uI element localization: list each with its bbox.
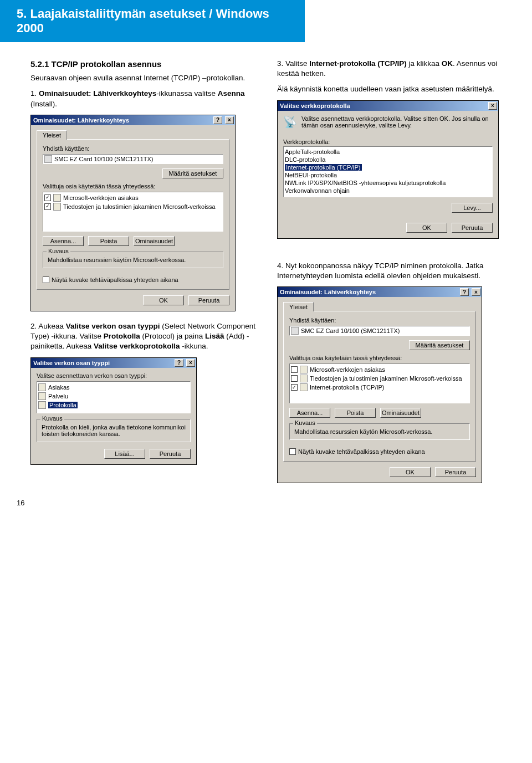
checkbox-icon[interactable]	[43, 276, 49, 283]
list-item[interactable]: Asiakas	[38, 383, 189, 392]
protocol-list[interactable]: AppleTalk-protokolla DLC-protokolla Inte…	[283, 146, 493, 197]
list-item[interactable]: NetBEUI-protokolla	[285, 171, 491, 179]
hint-text: Valitse asennettava verkkoprotokolla. Va…	[301, 115, 493, 129]
components-list[interactable]: ✓Microsoft-verkkojen asiakas ✓Tiedostoje…	[43, 192, 223, 232]
legend: Kuvaus	[293, 419, 317, 426]
description-text: Protokolla on kieli, jonka avulla tietok…	[42, 424, 186, 437]
cancel-button[interactable]: Peruuta	[150, 449, 191, 459]
connect-using-label: Yhdistä käyttäen:	[43, 145, 223, 152]
checkbox-icon[interactable]: ✓	[291, 384, 298, 391]
adapter-dropdown[interactable]: SMC EZ Card 10/100 (SMC1211TX)	[289, 326, 470, 336]
close-icon[interactable]: ×	[472, 288, 480, 296]
step-1: 1. Ominaisuudet: Lähiverkkoyhteys-ikkuna…	[30, 89, 260, 109]
checkbox-icon[interactable]: ✓	[44, 194, 51, 201]
service-icon	[38, 392, 46, 400]
checkbox-icon[interactable]	[289, 448, 296, 455]
type-list[interactable]: Asiakas Palvelu Protokolla	[37, 381, 191, 413]
list-item[interactable]: Protokolla	[38, 401, 189, 409]
remove-button[interactable]: Poista	[335, 408, 376, 418]
t: Palvelu	[48, 393, 68, 400]
subsection-title: 5.2.1 TCP/IP protokollan asennus	[30, 59, 260, 70]
t: Tiedostojen ja tulostimien jakaminen Mic…	[310, 375, 462, 382]
t: Microsoft-verkkojen asiakas	[310, 366, 385, 373]
ok-button[interactable]: OK	[406, 223, 447, 233]
t: 3. Valitse	[277, 59, 309, 68]
t: Internet-protokolla (TCP/IP)	[310, 384, 385, 391]
close-icon[interactable]: ×	[186, 359, 195, 367]
t: AppleTalk-protokolla	[285, 148, 340, 155]
description-group: Kuvaus Protokolla on kieli, jonka avulla…	[37, 419, 191, 442]
adapter-dropdown[interactable]: SMC EZ Card 10/100 (SMC1211TX)	[43, 154, 223, 164]
t: -ikkunassa valitse	[156, 89, 217, 98]
list-item[interactable]: ✓Internet-protokolla (TCP/IP)	[291, 383, 468, 392]
warning-text: Älä käynnistä konetta uudelleen vaan jat…	[277, 84, 507, 94]
configure-button[interactable]: Määritä asetukset	[162, 168, 223, 178]
t: Valitse verkkoprotokolla	[94, 342, 180, 350]
tab-general[interactable]: Yleiset	[37, 130, 67, 140]
cancel-button[interactable]: Peruuta	[188, 295, 229, 305]
t: Verkonvalvonnan ohjain	[285, 187, 350, 194]
page-number: 16	[17, 499, 532, 507]
add-button[interactable]: Lisää...	[104, 449, 145, 459]
client-icon	[300, 366, 308, 373]
t: Ominaisuudet: Lähiverkkoyhteys	[39, 89, 156, 98]
t: Valitse verkon osan tyyppi	[66, 322, 160, 330]
description-text: Mahdollistaa resurssien käytön Microsoft…	[294, 428, 432, 435]
adapter-name: SMC EZ Card 10/100 (SMC1211TX)	[301, 327, 400, 334]
list-item[interactable]: Tiedostojen ja tulostimien jakaminen Mic…	[291, 374, 468, 383]
list-item[interactable]: Verkonvalvonnan ohjain	[285, 187, 491, 194]
list-item[interactable]: AppleTalk-protokolla	[285, 148, 491, 156]
properties-button[interactable]: Ominaisuudet	[134, 236, 175, 246]
close-icon[interactable]: ×	[225, 116, 234, 124]
nic-icon	[291, 327, 299, 335]
legend: Kuvaus	[40, 415, 64, 422]
t: Internet-protokolla (TCP/IP)	[309, 59, 407, 68]
checkbox-icon[interactable]: ✓	[44, 203, 51, 210]
cancel-button[interactable]: Peruuta	[435, 467, 476, 477]
t: Microsoft-verkkojen asiakas	[63, 194, 139, 201]
nic-icon	[44, 155, 52, 163]
list-item[interactable]: DLC-protokolla	[285, 156, 491, 163]
disk-button[interactable]: Levy...	[452, 203, 493, 213]
description-group: Kuvaus Mahdollistaa resurssien käytön Mi…	[43, 252, 223, 268]
checkbox-icon[interactable]	[291, 375, 298, 382]
step-3: 3. Valitse Internet-protokolla (TCP/IP) …	[277, 59, 507, 79]
configure-button[interactable]: Määritä asetukset	[409, 340, 470, 350]
prompt-label: Valitse asennettavan verkon osan tyyppi:	[37, 372, 191, 379]
help-icon[interactable]: ?	[460, 288, 469, 296]
list-item[interactable]: NWLink IPX/SPX/NetBIOS -yhteensopiva kul…	[285, 179, 491, 187]
right-column: 3. Valitse Internet-protokolla (TCP/IP) …	[277, 59, 507, 493]
share-icon	[53, 203, 61, 211]
dialog-title: Ominaisuudet: Lähiverkkoyhteys	[280, 289, 376, 295]
dialog-title: Valitse verkkoprotokolla	[280, 103, 350, 109]
t: Protokolla	[48, 402, 78, 408]
ok-button[interactable]: OK	[390, 467, 431, 477]
checkbox-icon[interactable]	[291, 366, 298, 373]
cancel-button[interactable]: Peruuta	[452, 223, 493, 233]
remove-button[interactable]: Poista	[88, 236, 129, 246]
list-item[interactable]: Palvelu	[38, 392, 189, 401]
install-button[interactable]: Asenna...	[43, 236, 84, 246]
t: NetBEUI-protokolla	[285, 172, 337, 178]
properties-button[interactable]: Ominaisuudet	[380, 408, 421, 418]
ok-button[interactable]: OK	[143, 295, 184, 305]
components-list[interactable]: Microsoft-verkkojen asiakas Tiedostojen …	[289, 363, 470, 403]
t: (Protocol) ja paina	[140, 332, 205, 340]
list-item[interactable]: Microsoft-verkkojen asiakas	[291, 365, 468, 374]
t: -ikkuna.	[180, 342, 208, 350]
help-icon[interactable]: ?	[175, 359, 183, 367]
tab-general[interactable]: Yleiset	[283, 302, 314, 311]
list-item[interactable]: Internet-protokolla (TCP/IP)	[285, 163, 491, 171]
t: (Install).	[30, 100, 57, 108]
list-item[interactable]: ✓Tiedostojen ja tulostimien jakaminen Mi…	[44, 202, 222, 211]
close-icon[interactable]: ×	[488, 102, 497, 110]
list-item[interactable]: ✓Microsoft-verkkojen asiakas	[44, 193, 222, 202]
install-button[interactable]: Asenna...	[289, 408, 330, 418]
connect-using-label: Yhdistä käyttäen:	[289, 317, 470, 324]
show-icon-label: Näytä kuvake tehtäväpalkissa yhteyden ai…	[298, 448, 425, 455]
t: ja klikkaa	[407, 59, 442, 68]
help-icon[interactable]: ?	[213, 116, 222, 124]
t: Asenna	[218, 89, 245, 98]
t: Protokolla	[104, 332, 140, 340]
intro-text: Seuraavan ohjeen avulla asennat Internet…	[30, 73, 260, 83]
